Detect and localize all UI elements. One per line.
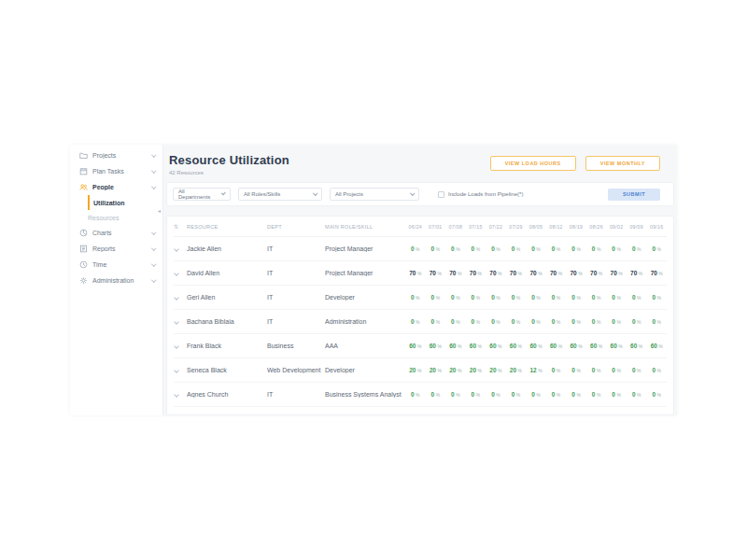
sidebar-item-charts[interactable]: Charts	[70, 225, 162, 241]
utilization-percent-cell: 0%	[445, 245, 466, 252]
resource-count: 42 Resources	[169, 170, 289, 175]
column-header-dept[interactable]: DEPT	[267, 224, 325, 230]
week-column-header[interactable]: 06/24	[405, 224, 426, 230]
resource-dept: Web Development	[267, 367, 325, 373]
utilization-percent-cell: 0%	[627, 318, 647, 325]
week-column-header[interactable]: 08/19	[566, 224, 586, 230]
utilization-percent-cell: 60%	[445, 343, 466, 349]
resource-dept: IT	[267, 391, 325, 398]
resource-role: Developer	[325, 294, 405, 301]
sidebar-item-label: Administration	[92, 277, 148, 284]
view-monthly-button[interactable]: VIEW MONTHLY	[585, 156, 660, 171]
week-column-header[interactable]: 09/16	[646, 224, 667, 230]
resource-role: Developer	[325, 367, 405, 373]
row-expand-icon[interactable]	[174, 368, 179, 373]
sidebar-item-plan-tasks[interactable]: Plan Tasks	[70, 163, 162, 179]
row-expand-icon[interactable]	[174, 343, 179, 349]
sidebar-item-label: People	[92, 184, 148, 190]
week-column-header[interactable]: 08/05	[526, 224, 546, 230]
spacer: ◂	[166, 206, 674, 216]
row-expand-icon[interactable]	[174, 295, 179, 301]
chevron-down-icon	[313, 191, 317, 196]
utilization-percent-cell: 70%	[426, 270, 446, 276]
sidebar-item-people[interactable]: People	[70, 179, 162, 195]
utilization-percent-cell: 0%	[546, 318, 567, 325]
utilization-percent-cell: 0%	[586, 367, 607, 373]
utilization-percent-cell: 70%	[546, 270, 567, 276]
chevron-down-icon	[151, 184, 156, 189]
sort-icon[interactable]: ⇅	[174, 224, 178, 230]
chevron-down-icon	[151, 245, 156, 250]
projects-select-value: All Projects	[335, 191, 363, 197]
table-row: Geri AllenITDeveloper0%0%0%0%0%0%0%0%0%0…	[174, 286, 667, 310]
submit-button[interactable]: SUBMIT	[608, 189, 660, 201]
filter-bar: All Departments All Roles/Skills All Pro…	[166, 182, 674, 206]
sidebar-item-administration[interactable]: Administration	[70, 273, 162, 288]
utilization-percent-cell: 70%	[405, 270, 426, 276]
utilization-percent-cell: 70%	[506, 270, 527, 276]
projects-select[interactable]: All Projects	[330, 188, 419, 201]
clock-icon	[79, 260, 88, 269]
row-expand-icon[interactable]	[174, 392, 179, 398]
utilization-percent-cell: 70%	[566, 270, 586, 276]
sidebar-item-label: Reports	[92, 245, 148, 252]
utilization-percent-cell: 70%	[486, 270, 506, 276]
utilization-percent-cell: 0%	[646, 367, 667, 373]
chevron-down-icon	[151, 152, 156, 157]
app-window: Projects Plan Tasks People Utilization R…	[70, 145, 677, 415]
week-column-header[interactable]: 07/22	[486, 224, 506, 230]
sidebar-item-label: Charts	[92, 230, 148, 236]
week-column-header[interactable]: 07/29	[506, 224, 527, 230]
row-expand-icon[interactable]	[174, 319, 179, 325]
row-expand-icon[interactable]	[174, 246, 179, 252]
include-loads-checkbox-row[interactable]: Include Loads from Pipeline(*)	[438, 191, 523, 198]
utilization-percent-cell: 60%	[606, 343, 627, 349]
utilization-percent-cell: 0%	[646, 391, 667, 398]
page-title: Resource Utilization	[169, 153, 289, 167]
sidebar-item-reports[interactable]: Reports	[70, 241, 162, 257]
week-column-header[interactable]: 08/12	[546, 224, 567, 230]
gear-icon	[79, 276, 88, 285]
collapse-panel-handle[interactable]: ◂	[158, 207, 161, 215]
column-header-role[interactable]: MAIN ROLE/SKILL	[325, 224, 405, 230]
utilization-percent-cell: 0%	[426, 318, 446, 325]
utilization-percent-cell: 0%	[405, 245, 426, 252]
utilization-percent-cell: 20%	[506, 367, 527, 373]
roles-skills-select[interactable]: All Roles/Skills	[238, 188, 322, 201]
utilization-percent-cell: 0%	[445, 391, 466, 398]
week-column-header[interactable]: 09/02	[606, 224, 627, 230]
sidebar-item-utilization[interactable]: Utilization	[88, 195, 162, 210]
utilization-percent-cell: 60%	[506, 343, 527, 349]
sidebar-item-resources[interactable]: Resources	[88, 210, 162, 225]
utilization-percent-cell: 0%	[405, 294, 426, 301]
utilization-percent-cell: 0%	[586, 245, 607, 252]
roles-skills-select-value: All Roles/Skills	[244, 191, 280, 197]
utilization-percent-cell: 0%	[546, 294, 567, 301]
table-row: Jackie AllenITProject Manager0%0%0%0%0%0…	[174, 237, 667, 261]
resource-dept: IT	[267, 294, 325, 301]
week-column-header[interactable]: 07/08	[445, 224, 466, 230]
week-column-header[interactable]: 07/01	[426, 224, 446, 230]
utilization-percent-cell: 0%	[405, 318, 426, 325]
week-column-header[interactable]: 07/15	[466, 224, 486, 230]
column-header-resource[interactable]: RESOURCE	[187, 224, 267, 230]
utilization-percent-cell: 0%	[486, 294, 506, 301]
utilization-percent-cell: 0%	[646, 294, 667, 301]
resource-dept: IT	[267, 245, 325, 252]
departments-select[interactable]: All Departments	[173, 188, 231, 201]
view-load-hours-button[interactable]: VIEW LOAD HOURS	[490, 156, 576, 171]
table-row: David AllenITProject Manager70%70%70%70%…	[174, 261, 667, 286]
utilization-percent-cell: 70%	[526, 270, 546, 276]
utilization-percent-cell: 0%	[606, 294, 627, 301]
include-loads-checkbox[interactable]	[438, 191, 444, 198]
sidebar-item-projects[interactable]: Projects	[70, 147, 162, 163]
week-column-header[interactable]: 08/26	[586, 224, 607, 230]
chevron-down-icon	[151, 168, 156, 173]
sidebar-item-label: Time	[92, 261, 148, 268]
row-expand-icon[interactable]	[174, 271, 179, 276]
utilization-percent-cell: 0%	[606, 318, 627, 325]
utilization-percent-cell: 0%	[466, 391, 486, 398]
week-column-header[interactable]: 09/09	[627, 224, 647, 230]
sidebar-item-time[interactable]: Time	[70, 257, 162, 273]
utilization-percent-cell: 0%	[526, 245, 546, 252]
